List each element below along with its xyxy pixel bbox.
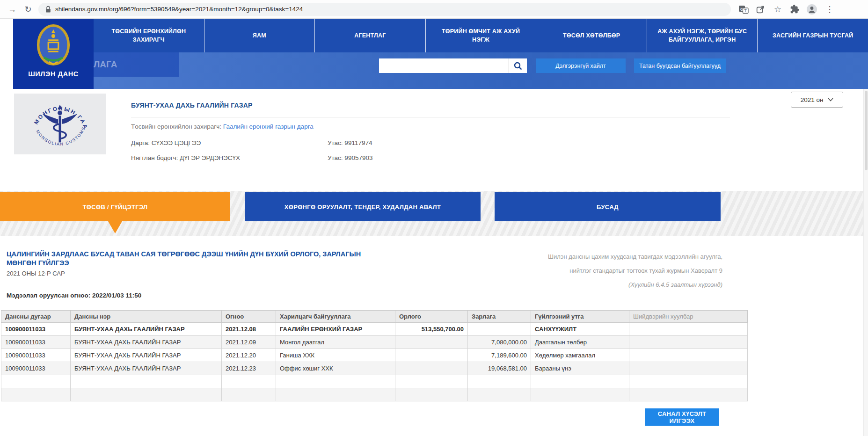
table-header-cell: Дансны нэр: [71, 311, 222, 323]
tab-budget-execution[interactable]: ТӨСӨВ / ГҮЙЦЭТГЭЛ: [0, 192, 230, 221]
chief-label: Төсвийн ерөнхийлөн захирагч:: [131, 123, 221, 130]
table-cell: Монгол даатгал: [276, 336, 395, 349]
table-cell: 19,068,581.00: [468, 362, 531, 375]
report-note-2: нийтлэг стандартыг тогтоох тухай журмын …: [372, 264, 722, 278]
search-input[interactable]: [379, 58, 508, 73]
profile-avatar-icon[interactable]: [806, 4, 817, 15]
accountant-name: ДҮГЭР ЭРДЭНЭСҮХ: [180, 154, 240, 161]
report-date: Мэдээлэл оруулсан огноо: 2022/01/03 11:5…: [7, 292, 372, 299]
table-cell: 7,080,000.00: [468, 336, 531, 349]
table-header-cell: Огноо: [222, 311, 276, 323]
main-nav: ТӨСВИЙН ЕРӨНХИЙЛӨН ЗАХИРАГЧЯАМАГЕНТЛАГТӨ…: [94, 19, 868, 52]
table-header-cell: Дансны дугаар: [1, 311, 71, 323]
header-subbar: ЛАГА Дэлгэрэнгүй хайлт Татан буугдсан ба…: [94, 52, 868, 89]
svg-text:T: T: [744, 8, 747, 13]
table-cell: 2021.12.23: [222, 362, 276, 375]
table-cell: Барааны үнэ: [531, 362, 629, 375]
table-row: [1, 375, 748, 388]
year-select[interactable]: 2021 он: [791, 92, 843, 108]
table-cell: 100900011033: [1, 323, 71, 336]
search-box: [379, 58, 527, 73]
table-cell: [1, 375, 71, 388]
search-icon: [513, 61, 523, 71]
accountant-phone: Утас: 99057903: [328, 154, 372, 161]
bookmark-star-icon[interactable]: ☆: [772, 5, 783, 14]
search-button[interactable]: [508, 58, 527, 73]
scrollbar-thumb[interactable]: [865, 91, 868, 170]
table-cell: 2021.12.20: [222, 349, 276, 362]
table-cell: Даатгалын төлбөр: [531, 336, 629, 349]
extensions-icon[interactable]: [790, 4, 800, 14]
report-header: ЦАЛИНГИЙН ЗАРДЛААС БУСАД ТАВАН САЯ ТӨГРӨ…: [7, 250, 722, 299]
table-cell: Оффис хөшиг ХХК: [276, 362, 395, 375]
table-cell: [222, 375, 276, 388]
table-cell: [629, 323, 748, 336]
site-header: ШИЛЭН ДАНС ТӨСВИЙН ЕРӨНХИЙЛӨН ЗАХИРАГЧЯА…: [13, 19, 868, 89]
nav-item[interactable]: ТӨСӨЛ ХӨТӨЛБӨР: [536, 19, 647, 52]
table-header-cell: Гүйлгээний утга: [531, 311, 629, 323]
url-text: shilendans.gov.mn/org/696?form=5390549&y…: [55, 6, 303, 13]
dropdown-remnant: ЛАГА: [94, 52, 179, 77]
table-cell: [71, 388, 222, 401]
nav-item[interactable]: ЯАМ: [204, 19, 315, 52]
table-cell: [468, 388, 531, 401]
director-name: СҮХЭЭ ЦЭЦГЭЭ: [152, 139, 201, 146]
address-bar[interactable]: shilendans.gov.mn/org/696?form=5390549&y…: [38, 3, 731, 16]
tab-other[interactable]: БУСАД: [495, 192, 721, 221]
year-select-value: 2021 он: [801, 96, 824, 103]
table-cell: Ганиша ХХК: [276, 349, 395, 362]
tab-investment-tender[interactable]: ХӨРӨНГӨ ОРУУЛАЛТ, ТЕНДЕР, ХУДАЛДАН АВАЛТ: [245, 192, 481, 221]
table-cell: [629, 349, 748, 362]
table-cell: 2021.12.08: [222, 323, 276, 336]
translate-icon[interactable]: G T: [738, 4, 749, 15]
nav-item[interactable]: ЗАСГИЙН ГАЗРЫН ТУСГАЙ: [757, 19, 868, 52]
table-cell: 513,550,700.00: [395, 323, 468, 336]
send-feedback-button[interactable]: САНАЛ ХҮСЭЛТ ИЛГЭЭХ: [645, 408, 719, 426]
dissolved-orgs-button[interactable]: Татан буугдсан байгууллагууд: [634, 58, 726, 73]
table-cell: ГААЛИЙН ЕРӨНХИЙ ГАЗАР: [276, 323, 395, 336]
report-subtitle: 2021 ОНЫ 12-Р САР: [7, 270, 372, 277]
table-cell: [276, 388, 395, 401]
mongolia-emblem-icon: [36, 22, 70, 67]
chevron-down-icon: [828, 98, 833, 102]
table-cell: 100900011033: [1, 336, 71, 349]
nav-item[interactable]: АГЕНТЛАГ: [314, 19, 425, 52]
scrollbar[interactable]: [863, 89, 868, 436]
transactions-table: Дансны дугаарДансны нэрОгнооХарилцагч ба…: [1, 310, 748, 401]
brand-label: ШИЛЭН ДАНС: [28, 70, 79, 78]
brand-block[interactable]: ШИЛЭН ДАНС: [13, 19, 94, 89]
transactions-body: 100900011033БУЯНТ-УХАА ДАХЬ ГААЛИЙН ГАЗА…: [1, 323, 748, 401]
table-header-cell: Шийдвэрийн хуулбар: [629, 311, 748, 323]
lock-icon: [45, 6, 51, 13]
nav-item[interactable]: ТӨСВИЙН ЕРӨНХИЙЛӨН ЗАХИРАГЧ: [94, 19, 204, 52]
table-cell: БУЯНТ-УХАА ДАХЬ ГААЛИЙН ГАЗАР: [71, 336, 222, 349]
chief-link[interactable]: Гаалийн ерөнхий газрын дарга: [223, 123, 314, 130]
nav-item[interactable]: ТӨРИЙН ӨМЧИТ АЖ АХУЙ НЭГЖ: [425, 19, 536, 52]
customs-logo-icon: МОНГОЛЫН ГААЛЬ MONGOLIAN CUSTOMS: [23, 95, 97, 153]
director-phone: Утас: 99117974: [328, 139, 372, 146]
tabs-band: ТӨСӨВ / ГҮЙЦЭТГЭЛ ХӨРӨНГӨ ОРУУЛАЛТ, ТЕНД…: [0, 191, 868, 236]
table-cell: [395, 362, 468, 375]
table-cell: [468, 323, 531, 336]
reload-icon[interactable]: ↻: [22, 5, 34, 14]
advanced-search-button[interactable]: Дэлгэрэнгүй хайлт: [536, 58, 626, 73]
dropdown-remnant-text: ЛАГА: [94, 59, 117, 70]
table-cell: [1, 388, 71, 401]
table-cell: [629, 336, 748, 349]
table-cell: 7,189,600.00: [468, 349, 531, 362]
nav-item[interactable]: АЖ АХУЙ НЭГЖ, ТӨРИЙН БУС БАЙГУУЛЛАГА, ИР…: [647, 19, 758, 52]
table-cell: [395, 349, 468, 362]
forward-icon[interactable]: →: [7, 5, 18, 14]
share-icon[interactable]: [755, 4, 766, 15]
report-title: ЦАЛИНГИЙН ЗАРДЛААС БУСАД ТАВАН САЯ ТӨГРӨ…: [7, 250, 372, 268]
table-cell: [468, 375, 531, 388]
table-cell: 100900011033: [1, 349, 71, 362]
table-row: 100900011033БУЯНТ-УХАА ДАХЬ ГААЛИЙН ГАЗА…: [1, 336, 748, 349]
table-row: 100900011033БУЯНТ-УХАА ДАХЬ ГААЛИЙН ГАЗА…: [1, 323, 748, 336]
table-header-cell: Зарлага: [468, 311, 531, 323]
menu-kebab-icon[interactable]: ⋮: [824, 5, 835, 14]
table-cell: [629, 388, 748, 401]
table-cell: БУЯНТ-УХАА ДАХЬ ГААЛИЙН ГАЗАР: [71, 349, 222, 362]
chief-line: Төсвийн ерөнхийлөн захирагч: Гаалийн ерө…: [131, 123, 314, 130]
table-cell: [395, 388, 468, 401]
